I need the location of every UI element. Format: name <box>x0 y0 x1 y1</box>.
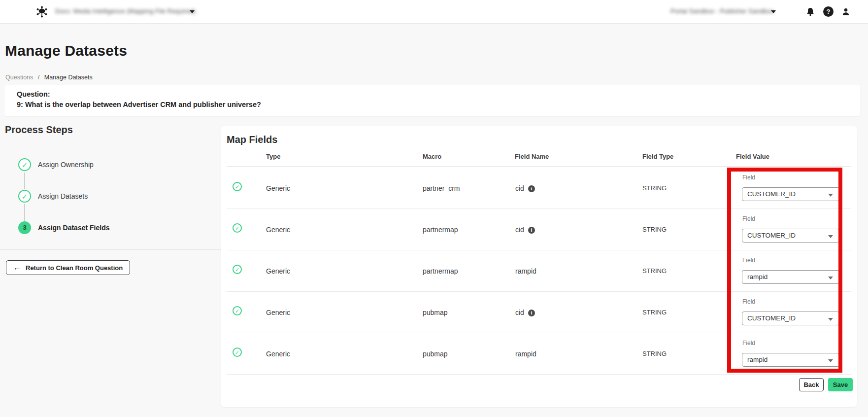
breadcrumb-separator: / <box>38 74 39 81</box>
column-header-type: Type <box>266 153 280 160</box>
column-header-field-value: Field Value <box>736 153 769 160</box>
cell-macro: pubmap <box>423 350 448 358</box>
dropdown-caret-icon <box>828 359 833 362</box>
cell-field-type: STRING <box>642 309 667 316</box>
cell-type: Generic <box>266 226 290 234</box>
step-item-assign-ownership[interactable]: Assign Ownership <box>38 161 94 169</box>
brand-logo-icon <box>35 5 48 18</box>
app-root: Docs: Media Intelligence (Mapping File R… <box>0 0 868 417</box>
step-item-assign-dataset-fields[interactable]: Assign Dataset Fields <box>38 224 110 232</box>
map-fields-card: Map Fields Type Macro Field Name Field T… <box>221 126 857 407</box>
cell-field-name: cidi <box>515 184 535 192</box>
notifications-bell-icon[interactable] <box>805 7 815 17</box>
save-button[interactable]: Save <box>828 378 853 391</box>
table-row: ✓ Generic partner_crm cidi STRING Field … <box>227 168 851 209</box>
page-title: Manage Datasets <box>5 42 127 59</box>
cell-macro: partnermap <box>423 226 458 234</box>
chevron-down-icon[interactable] <box>190 10 195 13</box>
field-select-label: Field <box>742 174 755 181</box>
info-icon[interactable]: i <box>528 310 535 316</box>
field-select-label: Field <box>742 340 755 347</box>
step-2-check-circle-icon[interactable]: ✓ <box>18 190 31 203</box>
cell-field-name: rampidi <box>515 350 547 358</box>
process-steps-title: Process Steps <box>5 124 73 136</box>
cell-macro: partnermap <box>423 267 458 275</box>
dropdown-caret-icon <box>828 277 833 279</box>
step-connector-line <box>24 204 25 221</box>
row-status-check-icon: ✓ <box>233 182 242 191</box>
cell-macro: partner_crm <box>423 184 460 192</box>
row-status-check-icon: ✓ <box>233 265 242 274</box>
question-label: Question: <box>17 90 50 98</box>
cell-field-type: STRING <box>642 226 667 233</box>
question-card: Question: 9: What is the overlap between… <box>4 85 860 116</box>
top-bar: Docs: Media Intelligence (Mapping File R… <box>0 0 868 24</box>
column-header-field-name: Field Name <box>515 153 549 160</box>
cell-type: Generic <box>266 267 290 275</box>
field-value-dropdown[interactable]: rampid <box>742 353 839 367</box>
cell-field-type: STRING <box>642 184 667 192</box>
step-item-assign-datasets[interactable]: Assign Datasets <box>38 192 88 200</box>
column-header-field-type: Field Type <box>642 153 673 160</box>
cell-field-name: cidi <box>515 226 535 234</box>
brand-selector-label[interactable]: Docs: Media Intelligence (Mapping File R… <box>55 7 196 15</box>
field-value-dropdown[interactable]: rampid <box>742 270 839 284</box>
cell-field-type: STRING <box>642 267 667 275</box>
return-button-label: Return to Clean Room Question <box>26 264 123 272</box>
field-value-dropdown[interactable]: CUSTOMER_ID <box>742 187 839 201</box>
return-to-clean-room-question-button[interactable]: ← Return to Clean Room Question <box>6 260 130 275</box>
left-panel-divider <box>0 249 221 250</box>
column-header-macro: Macro <box>423 153 441 160</box>
table-row: ✓ Generic pubmap rampidi STRING Field ra… <box>227 333 851 375</box>
user-account-icon[interactable] <box>841 7 851 17</box>
cell-macro: pubmap <box>423 309 448 316</box>
field-select-label: Field <box>742 298 755 305</box>
left-arrow-icon: ← <box>13 264 21 272</box>
table-row: ✓ Generic partnermap cidi STRING Field C… <box>227 209 851 250</box>
row-status-check-icon: ✓ <box>233 306 242 315</box>
cell-type: Generic <box>266 350 290 358</box>
field-select-label: Field <box>742 257 755 264</box>
question-text: 9: What is the overlap between Advertise… <box>17 101 261 108</box>
dropdown-caret-icon <box>828 194 833 197</box>
dropdown-caret-icon <box>828 235 833 238</box>
table-row: ✓ Generic pubmap cidi STRING Field CUSTO… <box>227 292 851 333</box>
breadcrumb: Questions / Manage Datasets <box>5 74 93 81</box>
cell-type: Generic <box>266 309 290 316</box>
chevron-down-icon[interactable] <box>771 10 776 13</box>
table-row: ✓ Generic partnermap rampidi STRING Fiel… <box>227 250 851 292</box>
row-status-check-icon: ✓ <box>233 348 242 357</box>
field-value-dropdown[interactable]: CUSTOMER_ID <box>742 312 839 325</box>
step-1-check-circle-icon[interactable]: ✓ <box>18 158 31 171</box>
cell-type: Generic <box>266 184 290 192</box>
back-button[interactable]: Back <box>799 378 824 391</box>
field-value-dropdown[interactable]: CUSTOMER_ID <box>742 229 839 243</box>
help-icon[interactable]: ? <box>823 6 834 17</box>
table-header-row: Type Macro Field Name Field Type Field V… <box>227 126 851 167</box>
row-status-check-icon: ✓ <box>233 223 242 233</box>
cell-field-name: cidi <box>515 309 535 316</box>
workspace-selector-label[interactable]: Portal Sandbox - Publisher Sandbox <box>670 7 767 15</box>
info-icon[interactable]: i <box>528 185 535 192</box>
step-connector-line <box>24 173 25 189</box>
field-select-label: Field <box>742 215 755 222</box>
info-icon[interactable]: i <box>528 227 535 234</box>
step-3-number-badge[interactable]: 3 <box>18 221 31 234</box>
cell-field-name: rampidi <box>515 267 547 275</box>
breadcrumb-link-questions[interactable]: Questions <box>5 74 33 81</box>
cell-field-type: STRING <box>642 350 667 357</box>
dropdown-caret-icon <box>828 318 833 321</box>
breadcrumb-current: Manage Datasets <box>44 74 93 81</box>
